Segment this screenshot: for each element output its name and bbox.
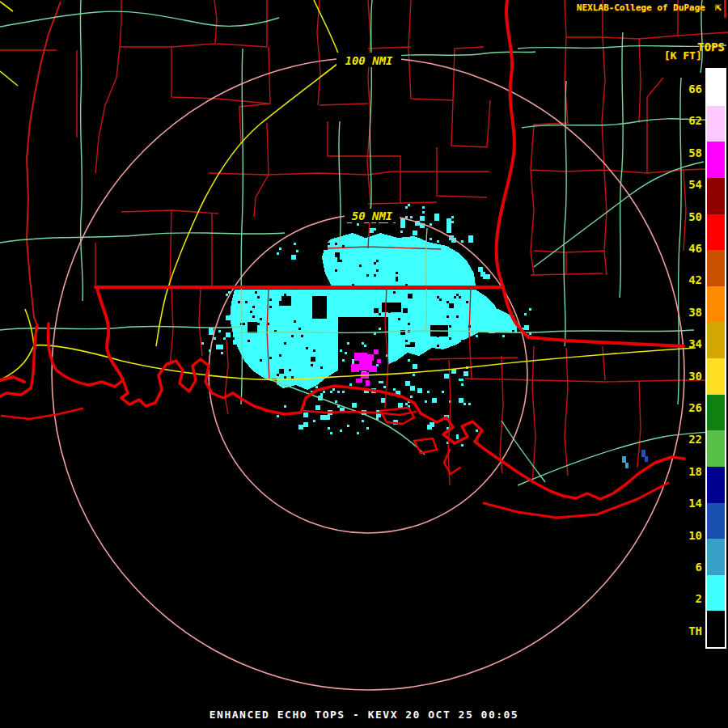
echo-cyan-pixel xyxy=(342,359,345,362)
echo-cyan-pixel xyxy=(459,379,461,381)
echo-texture-pixel xyxy=(449,337,451,340)
legend-label: 18 xyxy=(662,464,702,479)
echo-texture-pixel xyxy=(364,235,366,238)
echo-texture-pixel xyxy=(320,366,323,369)
ring-label-100nmi: 100 NMI xyxy=(345,54,393,67)
echo-texture-pixel xyxy=(437,335,439,337)
echo-texture-pixel xyxy=(437,345,439,347)
echo-cyan-pixel xyxy=(223,337,226,340)
edge-tick xyxy=(724,0,726,18)
echo-texture-pixel xyxy=(396,272,398,274)
legend-colorbar xyxy=(705,68,726,649)
echo-cyan-pixel xyxy=(315,386,318,388)
echo-cyan-pixel xyxy=(362,342,364,345)
echo-texture-pixel xyxy=(248,340,250,342)
echo-cyan-pixel xyxy=(410,396,413,398)
echo-cyan-pixel xyxy=(507,328,512,332)
echo-cyan-pixel xyxy=(337,391,340,393)
echo-texture-pixel xyxy=(279,301,284,306)
echo-blue-pixel xyxy=(622,456,626,463)
echo-cyan-pixel xyxy=(456,437,459,439)
echo-texture-pixel xyxy=(403,308,408,313)
echo-texture-pixel xyxy=(410,342,415,347)
resize-icon[interactable]: ⇱ xyxy=(715,1,722,13)
echo-cyan-pixel xyxy=(463,371,468,376)
echo-texture-pixel xyxy=(449,303,454,308)
echo-texture-pixel xyxy=(408,345,410,347)
echo-texture-pixel xyxy=(366,274,369,277)
echo-cyan-pixel xyxy=(352,403,357,408)
echo-texture-pixel xyxy=(379,313,381,315)
echo-cyan-pixel xyxy=(497,320,500,323)
echo-cyan-pixel xyxy=(209,330,214,335)
echo-texture-pixel xyxy=(277,374,279,376)
radar-map: 100 NMI 50 NMI xyxy=(0,0,728,728)
echo-cyan-pixel xyxy=(432,398,437,403)
legend-label: 50 xyxy=(662,210,702,224)
legend-band xyxy=(707,358,725,395)
echo-texture-pixel xyxy=(260,359,262,362)
legend-band xyxy=(707,611,725,647)
echo-cyan-pixel xyxy=(325,415,330,420)
echo-texture-pixel xyxy=(335,243,337,245)
echo-cyan-pixel xyxy=(468,235,473,240)
echo-cyan-pixel xyxy=(218,345,223,349)
echo-magenta-pixel xyxy=(369,366,377,372)
echo-cyan-pixel xyxy=(284,405,286,408)
echo-cyan-pixel xyxy=(320,393,323,396)
echo-cyan-pixel xyxy=(437,240,439,243)
echo-texture-pixel xyxy=(454,296,456,298)
echo-texture-pixel xyxy=(408,294,413,298)
legend-band xyxy=(707,178,725,214)
legend-label: 58 xyxy=(662,146,702,160)
echo-cyan-pixel xyxy=(405,403,408,405)
echo-cyan-pixel xyxy=(315,405,320,410)
echo-texture-pixel xyxy=(289,369,291,371)
echo-texture-pixel xyxy=(337,257,340,260)
echo-texture-pixel xyxy=(376,269,379,272)
echo-cyan-pixel xyxy=(352,359,354,362)
legend-band xyxy=(707,70,725,106)
echo-hole xyxy=(248,322,257,333)
echo-texture-pixel xyxy=(328,243,330,245)
legend-label: 22 xyxy=(662,432,702,447)
echo-texture-pixel xyxy=(466,301,468,303)
legend-band xyxy=(707,106,725,142)
echo-cyan-pixel xyxy=(430,422,434,427)
echo-cyan-pixel xyxy=(434,216,439,221)
echo-cyan-pixel xyxy=(362,420,364,422)
echo-cyan-pixel xyxy=(226,332,231,337)
echo-cyan-pixel xyxy=(233,340,238,345)
echo-cyan-pixel xyxy=(349,238,354,243)
echo-cyan-pixel xyxy=(413,374,415,376)
echo-cyan-pixel xyxy=(349,383,352,386)
echo-texture-pixel xyxy=(294,320,296,323)
echo-cyan-pixel xyxy=(357,432,359,434)
echo-cyan-pixel xyxy=(485,274,490,279)
echo-cyan-pixel xyxy=(277,252,279,255)
echo-cyan-pixel xyxy=(379,328,381,330)
echo-texture-pixel xyxy=(439,328,442,330)
echo-cyan-pixel xyxy=(218,330,221,332)
echo-cyan-pixel xyxy=(405,381,410,386)
echo-cyan-pixel xyxy=(483,277,485,279)
echo-cyan-pixel xyxy=(328,427,330,430)
echo-cyan-pixel xyxy=(427,391,430,393)
echo-cyan-pixel xyxy=(529,308,531,311)
echo-cyan-pixel xyxy=(226,315,231,320)
echo-texture-pixel xyxy=(374,262,376,265)
echo-cyan-pixel xyxy=(352,362,354,364)
echo-cyan-pixel xyxy=(468,403,471,405)
echo-cyan-pixel xyxy=(490,323,495,328)
echo-cyan-pixel xyxy=(461,379,463,381)
echo-cyan-pixel xyxy=(480,272,485,277)
echo-cyan-pixel xyxy=(298,425,303,430)
echo-cyan-pixel xyxy=(330,391,332,393)
echo-texture-pixel xyxy=(447,301,449,303)
echo-magenta-pixel xyxy=(356,379,362,383)
echo-cyan-pixel xyxy=(374,228,376,231)
echo-texture-pixel xyxy=(298,328,301,330)
echo-texture-pixel xyxy=(269,357,272,359)
echo-texture-pixel xyxy=(405,345,408,347)
echo-texture-pixel xyxy=(257,323,260,325)
